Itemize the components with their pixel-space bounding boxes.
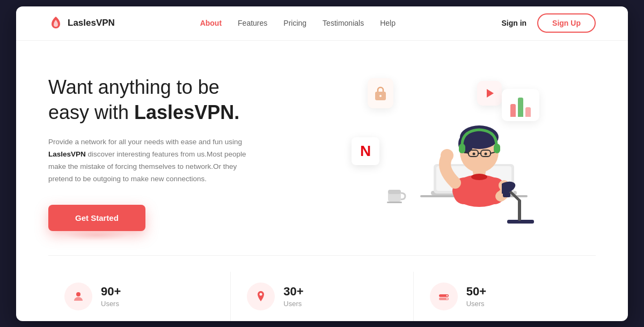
stat-users: 90+ Users: [48, 272, 231, 321]
hero-content: Want anything to be easy with LaslesVPN.…: [48, 75, 258, 231]
svg-rect-29: [518, 199, 521, 221]
nav-links: About Features Pricing Testimonials Help: [168, 19, 396, 27]
signup-button[interactable]: Sign Up: [537, 13, 596, 33]
stat-count-users: 90+: [101, 285, 121, 299]
svg-point-31: [502, 179, 517, 196]
hero-title-line2: easy with: [48, 101, 134, 123]
svg-point-36: [446, 295, 447, 296]
hero-title: Want anything to be easy with LaslesVPN.: [48, 75, 258, 125]
browser-window: LaslesVPN About Features Pricing Testimo…: [16, 6, 628, 321]
svg-point-32: [76, 292, 80, 296]
stat-info-users: 90+ Users: [101, 285, 121, 308]
nav-pricing[interactable]: Pricing: [283, 19, 306, 27]
svg-point-33: [260, 293, 262, 295]
hero-title-brand: LaslesVPN.: [134, 101, 239, 123]
stat-label-servers: Users: [466, 300, 486, 308]
stat-server-icon-wrap: [430, 283, 458, 310]
brand-name: LaslesVPN: [68, 18, 115, 28]
stat-servers: 50+ Users: [414, 272, 596, 321]
svg-rect-19: [459, 144, 465, 153]
navbar: LaslesVPN About Features Pricing Testimo…: [16, 6, 628, 41]
netflix-icon-float: N: [352, 137, 379, 165]
signin-button[interactable]: Sign in: [501, 19, 526, 27]
svg-point-24: [471, 174, 487, 180]
svg-rect-27: [387, 202, 402, 203]
svg-point-1: [379, 95, 382, 97]
stat-locations: 30+ Users: [231, 272, 413, 321]
nav-help[interactable]: Help: [380, 19, 396, 27]
get-started-button[interactable]: Get Started: [48, 205, 145, 231]
logo[interactable]: LaslesVPN: [48, 16, 115, 31]
nav-actions: Sign in Sign Up: [501, 13, 596, 33]
stat-count-servers: 50+: [466, 285, 486, 299]
location-icon: [254, 290, 267, 303]
hero-section: Want anything to be easy with LaslesVPN.…: [16, 41, 628, 255]
user-icon: [72, 290, 85, 303]
svg-point-22: [485, 152, 487, 155]
illustration-container: N: [325, 73, 550, 234]
stats-section: 90+ Users 30+ Users: [48, 255, 596, 321]
svg-rect-26: [388, 190, 401, 194]
server-icon: [437, 290, 450, 303]
stat-user-icon-wrap: [64, 283, 92, 310]
stat-count-locations: 30+: [283, 285, 303, 299]
hero-illustration: N: [279, 68, 596, 239]
svg-point-21: [473, 152, 475, 155]
stat-location-icon-wrap: [247, 283, 275, 310]
stat-label-users: Users: [101, 300, 121, 308]
stat-label-locations: Users: [283, 300, 303, 308]
logo-icon: [48, 16, 63, 31]
nav-testimonials[interactable]: Testimonials: [323, 19, 364, 27]
hero-description: Provide a network for all your needs wit…: [48, 136, 258, 185]
svg-rect-20: [494, 144, 500, 153]
svg-point-37: [446, 298, 447, 299]
svg-point-9: [441, 149, 453, 162]
coffee-cup: [384, 181, 407, 207]
nav-about[interactable]: About: [200, 19, 222, 27]
hero-title-line1: Want anything to be: [48, 76, 219, 98]
stat-info-servers: 50+ Users: [466, 285, 486, 308]
nav-features[interactable]: Features: [238, 19, 267, 27]
desk-lamp: [502, 173, 545, 228]
stat-info-locations: 30+ Users: [283, 285, 303, 308]
